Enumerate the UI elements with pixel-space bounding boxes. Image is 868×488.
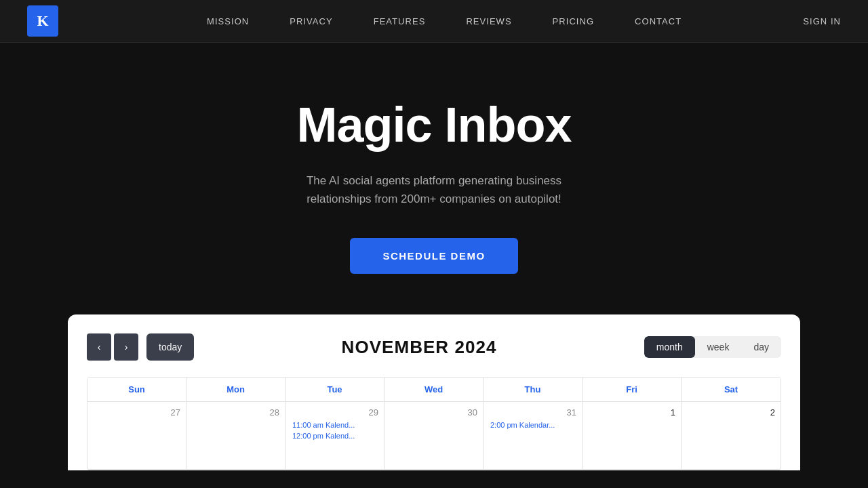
calendar-today-button[interactable]: today (146, 333, 194, 361)
logo-letter: K (37, 12, 48, 30)
calendar-view-toggle: month week day (644, 336, 781, 358)
table-row[interactable]: 1 (583, 402, 682, 470)
day-header-fri: Fri (583, 378, 682, 402)
calendar-next-button[interactable]: › (114, 333, 138, 361)
table-row[interactable]: 31 2:00 pm Kalendar... (484, 402, 583, 470)
nav-reviews[interactable]: REVIEWS (466, 16, 511, 26)
day-header-sat: Sat (682, 378, 781, 402)
navbar: K MISSION PRIVACY FEATURES REVIEWS PRICI… (0, 0, 868, 43)
table-row[interactable]: 28 (186, 402, 285, 470)
schedule-demo-button[interactable]: SCHEDULE DEMO (350, 238, 517, 274)
calendar-view-day-button[interactable]: day (741, 336, 781, 358)
nav-pricing[interactable]: PRICING (553, 16, 594, 26)
nav-links: MISSION PRIVACY FEATURES REVIEWS PRICING… (85, 15, 803, 27)
table-row[interactable]: 27 (87, 402, 186, 470)
calendar-grid: Sun Mon Tue Wed Thu Fri Sat 27 28 2 (87, 377, 781, 470)
table-row[interactable]: 2 (682, 402, 781, 470)
calendar-header: ‹ › today NOVEMBER 2024 month week day (87, 333, 781, 361)
day-header-tue: Tue (285, 378, 384, 402)
table-row[interactable]: 29 11:00 am Kalend... 12:00 pm Kalend... (285, 402, 384, 470)
calendar-prev-button[interactable]: ‹ (87, 333, 111, 361)
logo[interactable]: K (27, 5, 58, 37)
calendar-view-week-button[interactable]: week (695, 336, 742, 358)
nav-features[interactable]: FEATURES (374, 16, 426, 26)
calendar-cells: 27 28 29 11:00 am Kalend... 12:00 pm Kal… (87, 402, 781, 470)
list-item[interactable]: 12:00 pm Kalend... (291, 431, 378, 441)
calendar-navigation: ‹ › today (87, 333, 194, 361)
table-row[interactable]: 30 (384, 402, 484, 470)
sign-in-link[interactable]: SIGN IN (803, 16, 841, 26)
day-header-mon: Mon (186, 378, 285, 402)
day-header-wed: Wed (384, 378, 484, 402)
list-item[interactable]: 2:00 pm Kalendar... (489, 420, 576, 430)
calendar-container: ‹ › today NOVEMBER 2024 month week day S… (68, 314, 800, 470)
hero-subtitle: The AI social agents platform generating… (292, 171, 576, 208)
nav-mission[interactable]: MISSION (207, 16, 249, 26)
day-header-sun: Sun (87, 378, 186, 402)
calendar-days-header: Sun Mon Tue Wed Thu Fri Sat (87, 378, 781, 402)
nav-privacy[interactable]: PRIVACY (290, 16, 332, 26)
day-header-thu: Thu (484, 378, 583, 402)
nav-contact[interactable]: CONTACT (635, 16, 682, 26)
hero-title: Magic Inbox (296, 97, 571, 152)
list-item[interactable]: 11:00 am Kalend... (291, 420, 378, 430)
calendar-view-month-button[interactable]: month (644, 336, 695, 358)
hero-section: Magic Inbox The AI social agents platfor… (0, 43, 868, 314)
calendar-month-title: NOVEMBER 2024 (342, 337, 497, 358)
